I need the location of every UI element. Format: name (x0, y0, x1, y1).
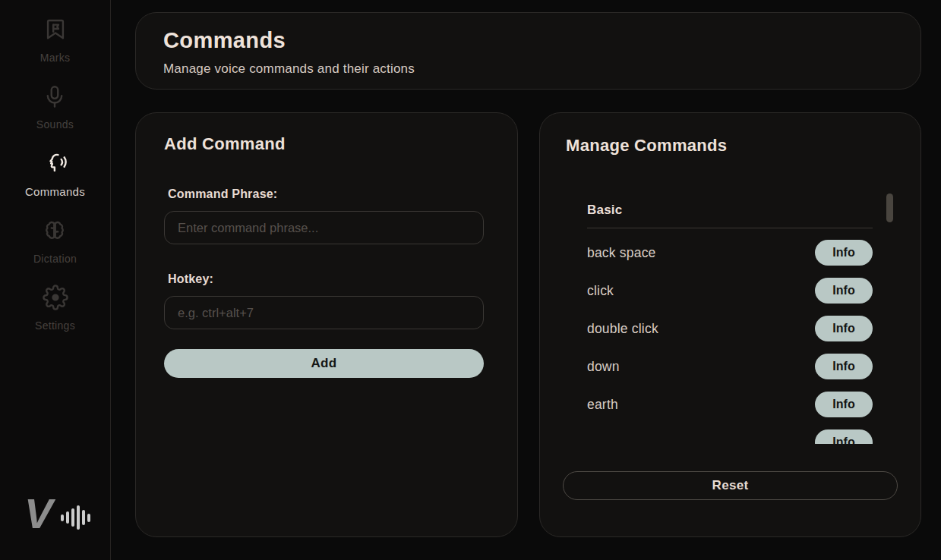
sidebar-item-label: Settings (35, 319, 75, 332)
sidebar: Marks Sounds Commands Dict (0, 0, 111, 560)
info-button[interactable]: Info (815, 240, 873, 266)
command-phrase-input[interactable] (164, 211, 484, 244)
command-list[interactable]: Basic back space Info click Info double … (587, 190, 898, 444)
logo-v-letter: V (24, 489, 52, 538)
sidebar-item-label: Sounds (36, 118, 74, 131)
command-row: back space Info (587, 234, 873, 272)
command-row: click Info (587, 272, 873, 310)
page-header: Commands Manage voice commands and their… (135, 12, 921, 90)
command-row: down Info (587, 348, 873, 385)
sidebar-item-settings[interactable]: Settings (35, 285, 75, 332)
info-button[interactable]: Info (815, 392, 873, 417)
scrollbar-thumb[interactable] (886, 193, 893, 222)
waveform-icon (61, 504, 90, 531)
command-phrase: earth (587, 397, 618, 413)
group-header-basic: Basic (587, 190, 873, 218)
command-phrase: double click (587, 321, 658, 337)
add-button[interactable]: Add (164, 349, 484, 378)
sidebar-item-sounds[interactable]: Sounds (36, 83, 74, 131)
panels-row: Add Command Command Phrase: Hotkey: Add … (135, 112, 921, 537)
hotkey-label: Hotkey: (168, 272, 484, 286)
sidebar-item-commands[interactable]: Commands (25, 150, 85, 198)
manage-commands-panel: Manage Commands Basic back space Info cl… (539, 112, 921, 537)
sidebar-item-label: Marks (40, 52, 71, 64)
bookmark-flag-icon (43, 17, 68, 42)
main-content: Commands Manage voice commands and their… (111, 0, 941, 560)
manage-commands-heading: Manage Commands (566, 136, 898, 156)
command-row: earth Info (587, 385, 873, 423)
voice-command-icon (43, 150, 68, 176)
sidebar-item-dictation[interactable]: Dictation (33, 218, 77, 265)
brain-icon (42, 218, 68, 244)
command-phrase-label: Command Phrase: (168, 187, 484, 201)
add-command-heading: Add Command (164, 134, 484, 154)
group-divider (587, 228, 873, 228)
add-command-panel: Add Command Command Phrase: Hotkey: Add (135, 112, 518, 537)
command-phrase: click (587, 283, 614, 299)
info-button[interactable]: Info (815, 278, 873, 304)
reset-button[interactable]: Reset (563, 471, 898, 500)
command-row: Info (587, 423, 873, 444)
microphone-icon (42, 83, 68, 109)
info-button[interactable]: Info (815, 316, 873, 341)
info-button[interactable]: Info (815, 429, 873, 444)
gear-icon (43, 285, 68, 310)
sidebar-item-label: Commands (25, 185, 85, 198)
page-title: Commands (163, 28, 893, 53)
hotkey-input[interactable] (164, 296, 484, 329)
command-row: double click Info (587, 310, 873, 348)
command-list-area: Basic back space Info click Info double … (587, 190, 898, 444)
command-phrase: down (587, 359, 620, 375)
info-button[interactable]: Info (815, 354, 873, 379)
page-subtitle: Manage voice commands and their actions (163, 61, 893, 77)
app-logo: V (24, 495, 100, 542)
app-window: Marks Sounds Commands Dict (0, 0, 941, 560)
command-phrase: back space (587, 245, 656, 261)
sidebar-item-label: Dictation (33, 253, 77, 265)
sidebar-item-marks[interactable]: Marks (40, 17, 71, 64)
